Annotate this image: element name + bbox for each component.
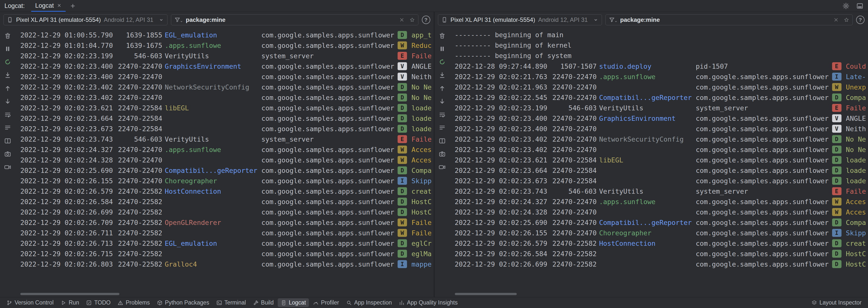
screenshot-button[interactable]	[3, 149, 12, 159]
statusbar-item-build[interactable]: Build	[250, 298, 277, 307]
help-button[interactable]: ?	[856, 16, 865, 24]
soft-wrap-button[interactable]	[3, 110, 12, 119]
log-message: Faile	[846, 188, 868, 195]
log-row[interactable]: 2022-12-29 02:02:23.40222470-22470Networ…	[455, 134, 868, 144]
log-row[interactable]: 2022-12-29 02:02:26.70922470-22582OpenGL…	[20, 217, 434, 228]
hide-toolwindow-icon[interactable]	[856, 2, 864, 10]
log-row[interactable]: 2022-12-29 02:02:26.71522470-22582com.go…	[20, 249, 434, 259]
previous-occurrence-button[interactable]	[3, 83, 12, 93]
log-row[interactable]: 2022-12-29 02:02:26.58422470-22582com.go…	[20, 196, 434, 207]
log-row[interactable]: 2022-12-29 02:02:23.40022470-22470com.go…	[20, 72, 434, 82]
horizontal-scrollbar[interactable]	[455, 293, 517, 295]
log-row[interactable]: 2022-12-29 02:02:26.71122470-22582com.go…	[20, 228, 434, 238]
filter-input[interactable]: package:mine	[606, 15, 853, 25]
log-row[interactable]: 2022-12-29 02:02:23.40222470-22470Networ…	[20, 82, 434, 92]
scroll-to-end-button[interactable]	[437, 70, 447, 80]
log-row[interactable]: 2022-12-29 02:02:26.57922470-22582HostCo…	[455, 238, 868, 249]
split-panels-button[interactable]	[437, 136, 447, 146]
log-row[interactable]: 2022-12-29 02:02:23.743546-603VerityUtil…	[455, 186, 868, 196]
log-row[interactable]: --------- beginning of main	[455, 30, 868, 40]
log-row[interactable]: --------- beginning of kernel	[455, 40, 868, 51]
help-button[interactable]: ?	[422, 16, 430, 24]
favorite-filter-icon[interactable]	[409, 17, 415, 23]
pause-logcat-button[interactable]	[437, 44, 447, 54]
log-row[interactable]: 2022-12-29 02:02:26.69922470-22582com.go…	[455, 259, 868, 269]
device-selector[interactable]: Pixel XL API 31 (emulator-5554) Android …	[3, 15, 167, 25]
statusbar-item-layout-inspector[interactable]: Layout Inspector	[808, 298, 865, 307]
log-row[interactable]: 2022-12-29 02:02:22.54522470-22470Compat…	[455, 92, 868, 103]
log-row[interactable]: 2022-12-29 02:02:23.62122470-22584libEGL…	[20, 103, 434, 113]
next-occurrence-button[interactable]	[437, 96, 447, 106]
log-row[interactable]: 2022-12-29 02:02:23.62122470-22584libEGL…	[455, 155, 868, 165]
logcat-formatting-button[interactable]	[437, 123, 447, 133]
restart-logcat-button[interactable]	[437, 57, 447, 67]
log-row[interactable]: 2022-12-29 02:02:26.15522470-22470Choreo…	[455, 228, 868, 238]
clear-logcat-button[interactable]	[437, 31, 447, 41]
log-row[interactable]: 2022-12-29 02:02:24.32822470-22470com.go…	[455, 207, 868, 217]
statusbar-item-python-packages[interactable]: Python Packages	[154, 298, 212, 307]
next-occurrence-button[interactable]	[3, 96, 12, 106]
scroll-to-end-button[interactable]	[3, 70, 12, 80]
log-timestamp: 2022-12-29 02:02:26.579	[455, 240, 549, 247]
log-row[interactable]: 2022-12-29 02:02:26.69922470-22582com.go…	[20, 207, 434, 217]
tab-logcat[interactable]: Logcat	[31, 0, 66, 12]
log-row[interactable]: 2022-12-29 02:02:23.743546-603VerityUtil…	[20, 134, 434, 144]
log-row[interactable]: 2022-12-29 02:02:23.40022470-22470Graphi…	[455, 113, 868, 123]
clear-logcat-button[interactable]	[3, 31, 12, 41]
log-row[interactable]: 2022-12-29 02:02:24.32722470-22470.apps.…	[20, 144, 434, 155]
log-row[interactable]: 2022-12-28 09:27:44.8901507-1507studio.d…	[455, 61, 868, 72]
statusbar-item-run[interactable]: Run	[58, 298, 82, 307]
log-row[interactable]: 2022-12-29 02:02:23.199546-603VerityUtil…	[20, 51, 434, 61]
screen-record-button[interactable]	[3, 162, 12, 172]
statusbar-item-problems[interactable]: Problems	[115, 298, 153, 307]
log-row[interactable]: 2022-12-29 02:02:26.80322470-22582Grallo…	[20, 259, 434, 269]
log-row[interactable]: 2022-12-29 02:02:23.40022470-22470Graphi…	[20, 61, 434, 72]
log-row[interactable]: 2022-12-29 02:02:23.67322470-22584com.go…	[20, 123, 434, 134]
log-row[interactable]: 2022-12-29 02:02:24.32822470-22470com.go…	[20, 155, 434, 165]
log-row[interactable]: 2022-12-29 01:00:55.7901639-1855EGL_emul…	[20, 30, 434, 40]
filter-input[interactable]: package:mine	[171, 15, 418, 25]
new-tab-button[interactable]	[67, 0, 79, 12]
statusbar-item-terminal[interactable]: Terminal	[213, 298, 249, 307]
log-row[interactable]: 2022-12-29 02:02:26.15522470-22470Choreo…	[20, 175, 434, 186]
statusbar-item-profiler[interactable]: Profiler	[310, 298, 342, 307]
clear-filter-icon[interactable]	[833, 17, 839, 23]
log-row[interactable]: 2022-12-29 02:02:24.32722470-22470.apps.…	[455, 196, 868, 207]
clear-filter-icon[interactable]	[399, 17, 405, 23]
restart-logcat-button[interactable]	[3, 57, 12, 67]
log-row[interactable]: 2022-12-29 02:02:26.57922470-22582HostCo…	[20, 186, 434, 196]
statusbar-item-version-control[interactable]: Version Control	[3, 298, 57, 307]
screen-record-button[interactable]	[437, 162, 447, 172]
log-row[interactable]: 2022-12-29 02:02:25.69022470-22470Compat…	[455, 217, 868, 228]
log-row[interactable]: 2022-12-29 02:02:23.40022470-22470com.go…	[455, 123, 868, 134]
log-pid: 22470-22582	[551, 250, 597, 258]
log-row[interactable]: 2022-12-29 01:01:04.7701639-1675.apps.su…	[20, 40, 434, 51]
log-row[interactable]: 2022-12-29 02:02:23.199546-603VerityUtil…	[455, 103, 868, 113]
statusbar-item-logcat[interactable]: Logcat	[278, 298, 309, 307]
statusbar-item-todo[interactable]: TODO	[83, 298, 114, 307]
favorite-filter-icon[interactable]	[843, 17, 849, 23]
logcat-formatting-button[interactable]	[3, 123, 12, 133]
statusbar-item-app-quality-insights[interactable]: App Quality Insights	[396, 298, 461, 307]
screenshot-button[interactable]	[437, 149, 447, 159]
horizontal-scrollbar[interactable]	[20, 293, 119, 295]
log-row[interactable]: 2022-12-29 02:02:26.58422470-22582com.go…	[455, 249, 868, 259]
settings-gear-icon[interactable]	[842, 2, 850, 10]
log-row[interactable]: 2022-12-29 02:02:23.66422470-22584com.go…	[455, 165, 868, 175]
log-row[interactable]: 2022-12-29 02:02:21.96322470-22470com.go…	[455, 82, 868, 92]
log-row[interactable]: 2022-12-29 02:02:23.40222470-22470com.go…	[20, 92, 434, 103]
log-row[interactable]: 2022-12-29 02:02:25.69022470-22470Compat…	[20, 165, 434, 175]
device-selector[interactable]: Pixel XL API 31 (emulator-5554) Android …	[438, 15, 602, 25]
close-tab-icon[interactable]	[57, 3, 62, 8]
log-row[interactable]: 2022-12-29 02:02:26.71322470-22582EGL_em…	[20, 238, 434, 249]
log-row[interactable]: 2022-12-29 02:02:23.67322470-22584com.go…	[455, 175, 868, 186]
previous-occurrence-button[interactable]	[437, 83, 447, 93]
statusbar-item-app-inspection[interactable]: App Inspection	[343, 298, 395, 307]
log-row[interactable]: --------- beginning of system	[455, 51, 868, 61]
log-row[interactable]: 2022-12-29 02:02:23.66422470-22584com.go…	[20, 113, 434, 123]
soft-wrap-button[interactable]	[437, 110, 447, 119]
log-row[interactable]: 2022-12-29 02:02:21.76322470-22470.apps.…	[455, 72, 868, 82]
log-row[interactable]: 2022-12-29 02:02:23.40222470-22470com.go…	[455, 144, 868, 155]
split-panels-button[interactable]	[3, 136, 12, 146]
pause-logcat-button[interactable]	[3, 44, 12, 54]
